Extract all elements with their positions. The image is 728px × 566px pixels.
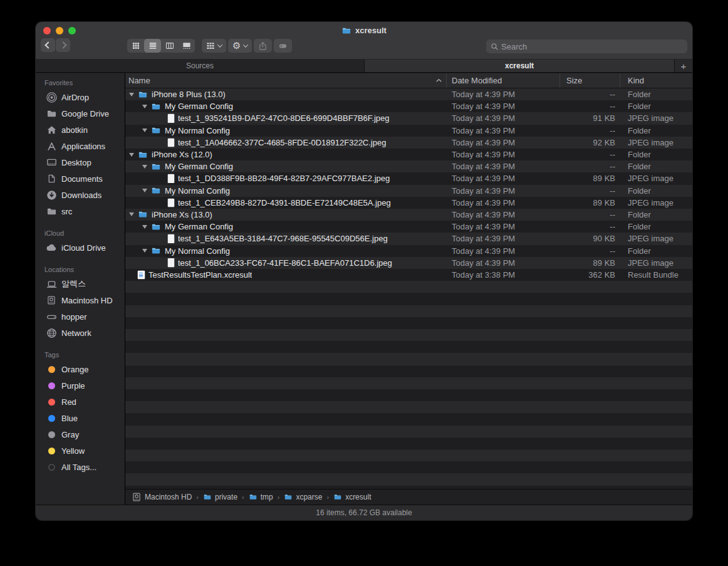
action-menu-button[interactable]: ⚙ <box>228 39 252 53</box>
column-view-button[interactable] <box>161 39 178 53</box>
file-name: iPhone 8 Plus (13.0) <box>152 90 226 99</box>
disclosure-triangle-icon[interactable] <box>141 105 151 108</box>
cell-size: -- <box>560 162 620 171</box>
file-name: iPhone Xs (12.0) <box>152 150 212 159</box>
sidebar-item-red[interactable]: Red <box>36 394 125 410</box>
table-row[interactable]: My Normal ConfigToday at 4:39 PM--Folder <box>125 185 692 197</box>
path-separator: › <box>196 493 199 501</box>
sidebar-item-blue[interactable]: Blue <box>36 410 125 426</box>
sidebar-item-all-tags[interactable]: All Tags... <box>36 459 125 475</box>
sidebar-item-google-drive[interactable]: Google Drive <box>36 105 125 122</box>
column-header-kind[interactable]: Kind <box>620 73 692 88</box>
sidebar-item-label: AirDrop <box>61 93 89 102</box>
new-tab-button[interactable]: + <box>675 60 692 72</box>
path-item-tmp[interactable]: tmp <box>249 493 273 501</box>
disclosure-triangle-icon[interactable] <box>141 128 151 132</box>
table-row[interactable]: My Normal ConfigToday at 4:39 PM--Folder <box>125 125 692 137</box>
table-row[interactable]: My German ConfigToday at 4:39 PM--Folder <box>125 160 692 172</box>
sidebar-item-icloud-drive[interactable]: iCloud Drive <box>36 239 125 256</box>
table-row[interactable]: test_1_935241B9-DAF2-47C0-8DE6-699D4BBF7… <box>125 112 692 124</box>
folder-icon <box>151 126 161 135</box>
table-row[interactable]: test_1_06BCA233-FC67-41FE-86C1-BAEFA071C… <box>125 257 692 269</box>
icloud-icon <box>46 242 57 253</box>
tab-sources[interactable]: Sources <box>36 60 365 72</box>
tag-button[interactable] <box>274 39 292 53</box>
sidebar-item-macintosh-hd[interactable]: Macintosh HD <box>36 292 125 308</box>
forward-button[interactable] <box>56 38 70 52</box>
sidebar-item-orange[interactable]: Orange <box>36 361 125 377</box>
sidebar-item-gray[interactable]: Gray <box>36 426 125 443</box>
folder-icon <box>151 102 161 111</box>
disclosure-triangle-icon[interactable] <box>128 212 138 216</box>
cell-size: -- <box>560 222 620 231</box>
table-row[interactable]: iPhone Xs (12.0)Today at 4:39 PM--Folder <box>125 149 692 160</box>
cell-name: My German Config <box>125 222 447 231</box>
search-field[interactable] <box>486 39 687 53</box>
table-row[interactable]: iPhone Xs (13.0)Today at 4:39 PM--Folder <box>125 209 692 221</box>
table-row[interactable]: My German ConfigToday at 4:39 PM--Folder <box>125 100 692 112</box>
folder-icon <box>151 223 161 231</box>
path-item-macintosh-hd[interactable]: Macintosh HD <box>132 492 192 502</box>
sidebar-item-downloads[interactable]: Downloads <box>36 187 125 203</box>
table-row[interactable]: My German ConfigToday at 4:39 PM--Folder <box>125 221 692 233</box>
disclosure-triangle-icon[interactable] <box>141 165 151 169</box>
path-item-label: private <box>215 493 237 501</box>
sidebar-item-hopper[interactable]: hopper <box>36 308 125 325</box>
documents-icon <box>46 173 57 184</box>
sidebar-item-desktop[interactable]: Desktop <box>36 154 125 170</box>
sidebar-item-network[interactable]: Network <box>36 325 125 341</box>
sidebar-item-purple[interactable]: Purple <box>36 377 125 394</box>
disclosure-triangle-icon[interactable] <box>128 153 138 157</box>
sidebar-item-documents[interactable]: Documents <box>36 170 125 187</box>
group-button[interactable] <box>202 39 226 53</box>
cell-name: TestResultsTestPlan.xcresult <box>125 270 447 280</box>
tag-dot <box>46 429 57 440</box>
sidebar-item-applications[interactable]: Applications <box>36 138 125 154</box>
sidebar-item-알렉스[interactable]: 알렉스 <box>36 276 125 292</box>
cell-name: test_1_E643A5EB-3184-47C7-968E-95545C09D… <box>125 234 447 243</box>
cell-kind: Folder <box>620 162 692 171</box>
table-row[interactable]: test_1_E643A5EB-3184-47C7-968E-95545C09D… <box>125 233 692 244</box>
column-header-name[interactable]: Name <box>125 73 447 88</box>
sidebar-item-src[interactable]: src <box>36 203 125 219</box>
disclosure-triangle-icon[interactable] <box>141 249 151 253</box>
sidebar-item-abotkin[interactable]: abotkin <box>36 122 125 138</box>
table-row[interactable]: My Normal ConfigToday at 4:39 PM--Folder <box>125 244 692 256</box>
sidebar-item-airdrop[interactable]: AirDrop <box>36 89 125 105</box>
grid-view-button[interactable] <box>127 39 144 53</box>
column-header-size[interactable]: Size <box>560 73 620 88</box>
cell-name: My Normal Config <box>125 126 447 135</box>
jpeg-file-icon <box>168 234 174 243</box>
share-button[interactable] <box>254 39 272 53</box>
internal-drive-icon <box>46 295 57 306</box>
gallery-view-button[interactable] <box>178 39 195 53</box>
table-row[interactable]: test_1_1A046662-377C-4685-8FDE-0D18912F3… <box>125 137 692 149</box>
table-row[interactable]: TestResultsTestPlan.xcresultToday at 3:3… <box>125 269 692 281</box>
path-item-private[interactable]: private <box>203 493 237 501</box>
cell-date-modified: Today at 4:39 PM <box>447 113 560 123</box>
cell-date-modified: Today at 4:39 PM <box>447 222 560 231</box>
tab-bar: Sourcesxcresult+ <box>36 60 692 73</box>
path-item-label: xcparse <box>296 493 322 501</box>
disclosure-triangle-icon[interactable] <box>141 189 151 192</box>
path-bar: Macintosh HD› private› tmp› xcparse› xcr… <box>125 489 692 505</box>
column-header-date-modified[interactable]: Date Modified <box>447 73 560 88</box>
column-view-icon <box>165 41 174 50</box>
table-row[interactable]: test_1_DD388F9B-8B28-49F4-82B7-29AFC977B… <box>125 172 692 184</box>
search-input[interactable] <box>501 42 683 51</box>
table-row[interactable]: test_1_CEB249B8-827D-4391-8BDE-E72149C48… <box>125 197 692 209</box>
path-item-xcresult[interactable]: xcresult <box>333 493 371 501</box>
disclosure-triangle-icon[interactable] <box>128 93 138 97</box>
list-view-button[interactable] <box>144 39 161 53</box>
path-item-xcparse[interactable]: xcparse <box>284 493 322 501</box>
desktop-icon <box>46 157 57 168</box>
jpeg-file-icon <box>168 114 174 123</box>
window-folder-icon <box>341 26 351 35</box>
tab-xcresult[interactable]: xcresult <box>365 60 675 72</box>
sidebar-item-yellow[interactable]: Yellow <box>36 443 125 459</box>
table-row[interactable]: iPhone 8 Plus (13.0)Today at 4:39 PM--Fo… <box>125 88 692 100</box>
cell-kind: Folder <box>620 102 692 111</box>
back-button[interactable] <box>41 38 55 52</box>
disclosure-triangle-icon[interactable] <box>141 225 151 229</box>
cell-size: -- <box>560 246 620 256</box>
